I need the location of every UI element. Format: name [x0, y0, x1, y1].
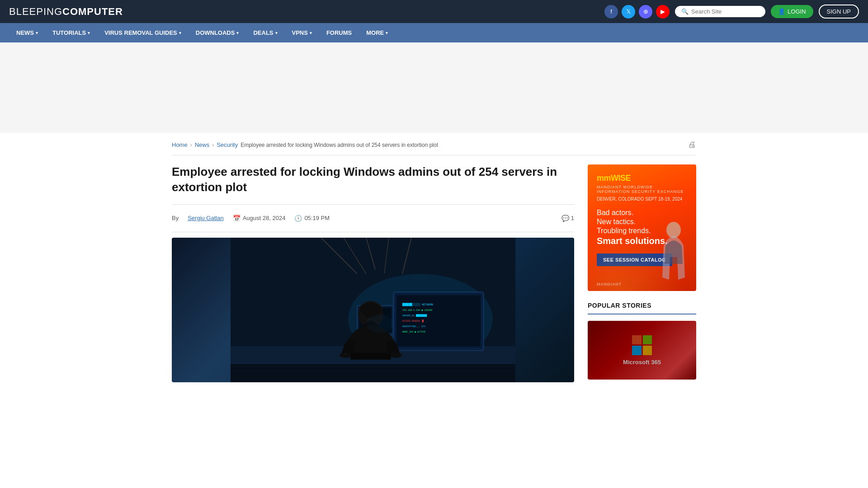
header-right: f 𝕏 ⊕ ▶ 🔍 👤 LOGIN SIGN UP	[604, 5, 859, 19]
popular-stories-section: POPULAR STORIES Microsoft 365	[588, 302, 696, 380]
svg-point-27	[366, 314, 393, 333]
breadcrumb-home[interactable]: Home	[172, 141, 188, 148]
svg-point-24	[340, 352, 352, 358]
thumb-overlay	[588, 321, 696, 380]
svg-point-31	[666, 222, 681, 238]
print-icon[interactable]: 🖨	[688, 140, 696, 150]
nav-arrow-downloads: ▾	[236, 31, 239, 35]
author-name[interactable]: Sergiu Gatlan	[188, 215, 224, 221]
ad-logo: mmWISE	[597, 174, 687, 183]
article-time: 05:19 PM	[304, 215, 330, 221]
facebook-icon[interactable]: f	[604, 5, 618, 19]
sidebar-advertisement: mmWISE MANDIANT WORLDWIDEINFORMATION SEC…	[588, 164, 696, 291]
article-divider-2	[172, 232, 574, 232]
nav-item-downloads[interactable]: DOWNLOADS ▾	[189, 23, 246, 42]
svg-text:██████░░░░░ NETWORK: ██████░░░░░ NETWORK	[402, 303, 434, 306]
article-date-meta: 📅 August 28, 2024	[233, 215, 286, 222]
nav-item-news[interactable]: NEWS ▾	[9, 23, 45, 42]
login-button[interactable]: 👤 LOGIN	[771, 5, 813, 18]
nav-item-vpns[interactable]: VPNS ▾	[285, 23, 319, 42]
svg-text:NODE_254 ● ACTIVE: NODE_254 ● ACTIVE	[402, 330, 425, 333]
nav-item-tutorials[interactable]: TUTORIALS ▾	[45, 23, 97, 42]
clock-icon: 🕔	[294, 215, 302, 222]
ad-logo-m: m	[597, 174, 604, 183]
logo-bold: COMPUTER	[62, 6, 123, 17]
ad-location: DENVER, COLORADO SEPT 18-19, 2024	[597, 197, 687, 202]
twitter-icon[interactable]: 𝕏	[622, 5, 635, 19]
banner-ad	[0, 42, 868, 133]
breadcrumb-current: Employee arrested for locking Windows ad…	[241, 142, 438, 148]
sidebar-column: mmWISE MANDIANT WORLDWIDEINFORMATION SEC…	[588, 164, 696, 382]
breadcrumb-security[interactable]: Security	[217, 141, 238, 148]
mastodon-icon[interactable]: ⊕	[639, 5, 652, 19]
popular-story-thumb[interactable]: Microsoft 365	[588, 321, 696, 380]
nav-arrow-vpns: ▾	[310, 31, 312, 35]
svg-rect-26	[350, 353, 391, 360]
nav-arrow-more: ▾	[386, 31, 388, 35]
signup-button[interactable]: SIGN UP	[819, 5, 859, 19]
ad-logo-text: mWISE	[604, 174, 631, 183]
breadcrumb-left: Home › News › Security Employee arrested…	[172, 141, 438, 148]
article-date: August 28, 2024	[243, 215, 286, 221]
calendar-icon: 📅	[233, 215, 241, 222]
login-label: LOGIN	[788, 8, 806, 15]
article-by: By	[172, 215, 179, 221]
svg-text:ACCESS DENIED ▐▌: ACCESS DENIED ▐▌	[402, 319, 424, 323]
svg-text:ENCRYPTING... 87%: ENCRYPTING... 87%	[402, 325, 425, 328]
main-nav: NEWS ▾ TUTORIALS ▾ VIRUS REMOVAL GUIDES …	[0, 23, 868, 42]
nav-arrow-virus: ▾	[179, 31, 181, 35]
comments-number: 1	[571, 215, 574, 221]
nav-arrow-deals: ▾	[275, 31, 278, 35]
site-header: BLEEPINGCOMPUTER f 𝕏 ⊕ ▶ 🔍 👤 LOGIN SIGN …	[0, 0, 868, 23]
mandiant-tag: MANDIANT	[597, 282, 622, 286]
ad-person-image	[656, 219, 692, 291]
search-input[interactable]	[691, 8, 759, 15]
search-bar: 🔍	[675, 6, 765, 17]
popular-stories-title: POPULAR STORIES	[588, 302, 696, 314]
user-icon: 👤	[778, 8, 785, 15]
breadcrumb-news[interactable]: News	[195, 141, 210, 148]
logo-light: BLEEPING	[9, 6, 62, 17]
social-icons: f 𝕏 ⊕ ▶	[604, 5, 670, 19]
nav-item-more[interactable]: MORE ▾	[359, 23, 395, 42]
breadcrumb-sep-1: ›	[190, 142, 192, 148]
signup-label: SIGN UP	[827, 8, 851, 15]
site-logo[interactable]: BLEEPINGCOMPUTER	[9, 6, 123, 18]
nav-item-forums[interactable]: FORUMS	[319, 23, 359, 42]
comments-count[interactable]: 💬 1	[561, 215, 574, 222]
ad-subtitle: MANDIANT WORLDWIDEINFORMATION SECURITY E…	[597, 185, 687, 194]
comment-icon: 💬	[561, 215, 569, 222]
search-icon: 🔍	[681, 8, 689, 15]
breadcrumb-sep-2: ›	[212, 142, 214, 148]
content-layout: Employee arrested for locking Windows ad…	[172, 155, 696, 382]
article-column: Employee arrested for locking Windows ad…	[172, 164, 574, 382]
article-title: Employee arrested for locking Windows ad…	[172, 164, 574, 195]
breadcrumb: Home › News › Security Employee arrested…	[172, 133, 696, 155]
hacker-scene-svg: ██████░░░░░ NETWORK 192.168.1.254 ● LOCK…	[231, 238, 515, 382]
nav-arrow-news: ▾	[36, 31, 38, 35]
nav-item-deals[interactable]: DEALS ▾	[246, 23, 284, 42]
nav-item-virus-removal[interactable]: VIRUS REMOVAL GUIDES ▾	[97, 23, 189, 42]
svg-rect-28	[231, 364, 515, 382]
svg-text:192.168.1.254 ● LOCKED: 192.168.1.254 ● LOCKED	[402, 309, 432, 311]
main-container: Home › News › Security Employee arrested…	[163, 133, 705, 382]
article-time-meta: 🕔 05:19 PM	[294, 215, 330, 222]
svg-point-25	[389, 352, 402, 358]
nav-arrow-tutorials: ▾	[88, 31, 90, 35]
article-meta: By Sergiu Gatlan 📅 August 28, 2024 🕔 05:…	[172, 210, 574, 226]
svg-text:SERVER_01 ████████: SERVER_01 ████████	[402, 314, 427, 317]
article-image: ██████░░░░░ NETWORK 192.168.1.254 ● LOCK…	[172, 238, 574, 382]
article-divider	[172, 204, 574, 205]
youtube-icon[interactable]: ▶	[656, 5, 670, 19]
